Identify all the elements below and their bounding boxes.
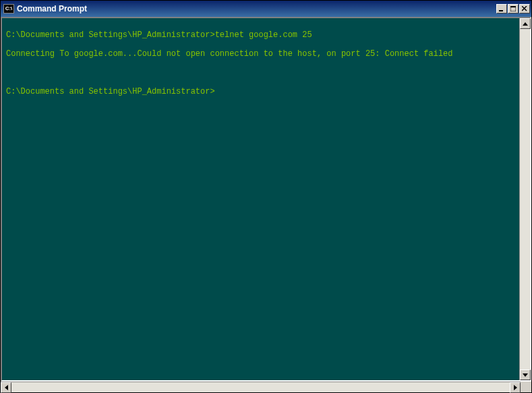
chevron-down-icon: [523, 373, 528, 377]
horizontal-scroll-track[interactable]: [11, 382, 510, 392]
minimize-button[interactable]: [496, 4, 507, 13]
terminal-prompt-line: C:\Documents and Settings\HP_Administrat…: [6, 87, 515, 96]
scroll-down-button[interactable]: [520, 369, 531, 380]
svg-rect-2: [510, 6, 516, 7]
terminal-line: C:\Documents and Settings\HP_Administrat…: [6, 30, 515, 40]
vertical-scroll-track[interactable]: [520, 29, 530, 369]
terminal-line: Connecting To google.com...Could not ope…: [6, 49, 515, 59]
scroll-up-button[interactable]: [520, 18, 531, 29]
window-title: Command Prompt: [17, 4, 496, 13]
scroll-right-button[interactable]: [510, 382, 521, 393]
titlebar[interactable]: C:\ Command Prompt: [1, 1, 531, 17]
scrollbar-corner: [521, 382, 531, 392]
horizontal-scrollbar[interactable]: [1, 382, 521, 392]
vertical-scrollbar[interactable]: [519, 18, 530, 380]
command-prompt-window: C:\ Command Prompt C:\Documents and Sett…: [0, 0, 532, 393]
terminal-container: C:\Documents and Settings\HP_Administrat…: [1, 17, 531, 382]
terminal-output[interactable]: C:\Documents and Settings\HP_Administrat…: [2, 18, 519, 380]
app-icon[interactable]: C:\: [3, 4, 14, 13]
close-button[interactable]: [519, 4, 530, 13]
scroll-left-button[interactable]: [1, 382, 11, 393]
chevron-right-icon: [514, 385, 517, 390]
terminal-line: [6, 68, 515, 78]
maximize-button[interactable]: [508, 4, 519, 13]
chevron-left-icon: [5, 385, 8, 390]
chevron-up-icon: [523, 22, 528, 26]
window-controls: [496, 4, 530, 13]
client-area: C:\Documents and Settings\HP_Administrat…: [1, 17, 531, 392]
svg-rect-0: [499, 10, 503, 11]
